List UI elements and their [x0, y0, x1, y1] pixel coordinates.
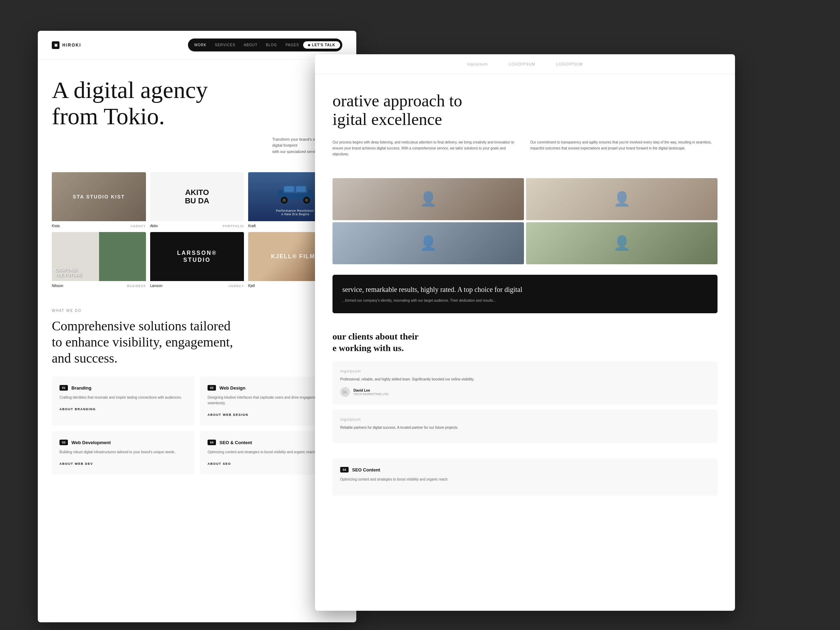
webdev-num: 03 [60, 440, 68, 445]
logo-symbol: ▣ [54, 43, 57, 47]
logo-icon: ▣ [52, 41, 60, 49]
collab-right: Our commitment to transparency and agili… [530, 139, 717, 157]
navigation: ▣ HIROKI WORK SERVICES ABOUT BLOG PAGES … [38, 31, 356, 60]
test1-logo: logoipsum [340, 369, 710, 373]
larsson-name: Larsson [150, 284, 163, 288]
kista-thumbnail: STA STUDIO KIST [52, 172, 146, 221]
seo-link[interactable]: ABOUT SEO [208, 462, 231, 466]
sec-seo-service-card: 04 SEO Content Optimizing content and st… [333, 458, 717, 496]
service-branding: 01 Branding Crafting identities that res… [52, 377, 194, 426]
akito-name: Akito [150, 224, 158, 228]
portfolio-item-nilsson[interactable]: CRAFTINGTHE FUTURE Nilsson BUSINESS [52, 232, 146, 288]
office-image-2: 👤 [526, 178, 717, 220]
dark-block-text: service, remarkable results, highly rate… [342, 284, 708, 294]
nilsson-label: Nilsson BUSINESS [52, 281, 146, 288]
hero-sub-row: Transform your brand's identity and digi… [52, 136, 342, 155]
nav-cta-button[interactable]: LET'S TALK [303, 41, 340, 49]
webdesign-num: 02 [208, 385, 216, 391]
sec-collab-section: orative approach to igital excellence Ou… [315, 74, 735, 178]
larsson-label: Larsson AGENCY [150, 281, 244, 288]
nilsson-text: CRAFTINGTHE FUTURE [55, 268, 82, 278]
portfolio-item-kista[interactable]: STA STUDIO KIST Kista AGENCY [52, 172, 146, 228]
nav-services[interactable]: SERVICES [211, 42, 239, 48]
nav-work[interactable]: WORK [190, 42, 211, 48]
hero-section: A digital agency from Tokio. Transform y… [38, 60, 356, 165]
nilsson-name: Nilsson [52, 284, 63, 288]
clients-title-2: e working with us. [333, 343, 404, 353]
main-card: ▣ HIROKI WORK SERVICES ABOUT BLOG PAGES … [38, 31, 356, 622]
services-title-3: and success. [52, 351, 118, 365]
kjell-text: KJELL® FILMS [271, 253, 319, 260]
kista-name: Kista [52, 224, 60, 228]
cta-dot [308, 44, 310, 46]
svg-point-3 [283, 199, 286, 202]
seo-num: 04 [208, 440, 216, 445]
test2-text: Reliable partners for digital success. A… [340, 425, 710, 431]
hero-title-line2: from Tokio. [52, 103, 165, 129]
kraft-name: Kraft [248, 224, 256, 228]
services-title-1: Comprehensive solutions tailored [52, 319, 231, 333]
hero-title-line1: A digital agency [52, 77, 208, 103]
testimonial-1: logoipsum Professional, reliable, and hi… [333, 361, 717, 404]
kraft-text: Performance Revolution:A New Era Begins [276, 209, 315, 216]
test1-company: TECH MARKETING LTD. [354, 392, 389, 396]
test2-logo: logoipsum [340, 417, 710, 422]
clients-title: our clients about their e working with u… [333, 331, 717, 355]
cta-label: LET'S TALK [312, 43, 335, 47]
webdesign-link[interactable]: ABOUT WEB DESIGN [208, 413, 248, 417]
sec-image-grid: 👤 👤 👤 👤 [333, 178, 717, 264]
person-icon-2: 👤 [613, 191, 631, 207]
webdev-link[interactable]: ABOUT WEB DEV [60, 462, 93, 466]
nav-pages[interactable]: PAGES [281, 42, 303, 48]
person-icon-1: 👤 [420, 191, 437, 207]
nav-links: WORK SERVICES ABOUT BLOG PAGES LET'S TAL… [188, 38, 342, 51]
services-label: WHAT WE DO [52, 309, 342, 313]
nilsson-thumbnail: CRAFTINGTHE FUTURE [52, 232, 146, 281]
services-title: Comprehensive solutions tailored to enha… [52, 318, 234, 366]
kjell-name: Kjell [248, 284, 255, 288]
portfolio-item-larsson[interactable]: LARSSON®STUDIO Larsson AGENCY [150, 232, 244, 288]
sec-clients-section: our clients about their e working with u… [315, 324, 735, 455]
sec-logos-bar: logoipsum LOGOIPSUM LOGOIPSUM [315, 54, 735, 74]
webdev-header: 03 Web Development [60, 440, 186, 445]
kista-category: AGENCY [131, 224, 146, 228]
portfolio-item-akito[interactable]: AKITOBU DA Akito PORTFOLIO [150, 172, 244, 228]
clients-title-1: our clients about their [333, 332, 418, 342]
nav-about[interactable]: ABOUT [239, 42, 261, 48]
larsson-thumbnail: LARSSON®STUDIO [150, 232, 244, 281]
test1-author: DL David Lee TECH MARKETING LTD. [340, 387, 710, 397]
akito-text: AKITOBU DA [185, 188, 209, 205]
larsson-bg: LARSSON®STUDIO [150, 232, 244, 281]
sec-logo-3: LOGOIPSUM [556, 62, 583, 66]
seo-card-title: SEO Content [352, 467, 380, 472]
person-icon-4: 👤 [613, 235, 631, 251]
nav-blog[interactable]: BLOG [262, 42, 281, 48]
services-title-2: to enhance visibility, engagement, [52, 335, 233, 349]
sec-collab-cols: Our process begins with deep listening, … [333, 139, 717, 157]
sec-logo-1: logoipsum [467, 62, 488, 66]
logo[interactable]: ▣ HIROKI [52, 41, 81, 49]
collab-right-text: Our commitment to transparency and agili… [530, 139, 717, 151]
akito-bg: AKITOBU DA [150, 172, 244, 221]
hero-title: A digital agency from Tokio. [52, 77, 342, 129]
service-webdev: 03 Web Development Building robust digit… [52, 431, 194, 475]
collab-left: Our process begins with deep listening, … [333, 139, 520, 157]
seo-card-desc: Optimizing content and strategies to boo… [340, 477, 710, 482]
collab-title-1: orative approach to [333, 92, 463, 110]
services-grid: 01 Branding Crafting identities that res… [52, 377, 342, 475]
kista-text: STA STUDIO KIST [73, 194, 125, 199]
collab-left-text: Our process begins with deep listening, … [333, 139, 520, 157]
sec-dark-testimonial: service, remarkable results, highly rate… [333, 275, 717, 313]
office-image-3: 👤 [333, 222, 524, 264]
test1-info: David Lee TECH MARKETING LTD. [354, 388, 389, 396]
nilsson-category: BUSINESS [127, 284, 146, 288]
branding-link[interactable]: ABOUT BRANDING [60, 407, 96, 411]
larsson-text: LARSSON®STUDIO [177, 249, 217, 264]
larsson-category: AGENCY [229, 284, 244, 288]
kraft-car-svg [275, 179, 316, 204]
sec-logo-2: LOGOIPSUM [509, 62, 535, 66]
branding-num: 01 [60, 385, 68, 391]
brand-name: HIROKI [62, 43, 81, 47]
svg-rect-6 [284, 186, 294, 192]
office-image-1: 👤 [333, 178, 524, 220]
